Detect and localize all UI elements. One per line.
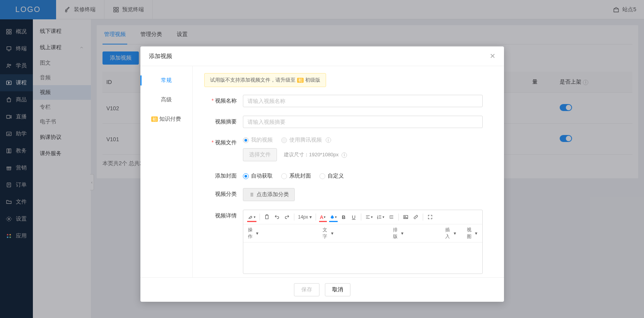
editor-group-insert[interactable]: 插入 ▾ (444, 226, 458, 241)
editor-group-action[interactable]: 操作 ▾ (246, 226, 260, 241)
font-color-icon[interactable]: A▾ (318, 212, 328, 222)
list-icon (249, 192, 254, 197)
editor-group-labels: 操作 ▾ 文字 ▾ 排版 ▾ 插入 ▾ 视图 ▾ (243, 224, 482, 243)
indent-icon[interactable] (387, 212, 396, 222)
editor-group-text[interactable]: 文字 ▾ (321, 226, 335, 241)
radio-cover-auto[interactable]: 自动获取 (243, 173, 273, 180)
label-cover: 添加封面 (204, 170, 243, 180)
upgrade-alert: 试用版不支持添加视频文件，请升级至 初 初级版 (204, 73, 326, 87)
align-icon[interactable]: ▾ (364, 212, 374, 222)
modal-body: 常规 高级 初 知识付费 试用版不支持添加视频文件，请升级至 初 初级版 *视频… (140, 66, 504, 277)
tier-badge: 初 (151, 116, 158, 122)
cancel-button[interactable]: 取消 (325, 283, 350, 296)
modal-sidebar: 常规 高级 初 知识付费 (140, 66, 193, 277)
link-icon[interactable] (411, 212, 420, 222)
label-video-name: *视频名称 (204, 95, 243, 104)
editor-group-view[interactable]: 视图 ▾ (465, 226, 479, 241)
select-file-button[interactable]: 选择文件 (243, 148, 277, 161)
rich-text-editor: ▾ 14px ▾ A▾ ▾ B U (243, 210, 483, 274)
modal-title: 添加视频 (149, 53, 172, 60)
svg-rect-23 (265, 215, 268, 219)
svg-point-25 (405, 216, 405, 217)
underline-icon[interactable]: U (349, 212, 359, 222)
modal-tab-knowledge-pay[interactable]: 初 知识付费 (140, 109, 192, 129)
tier-badge: 初 (297, 78, 304, 83)
font-size-select[interactable]: 14px ▾ (297, 214, 313, 221)
paste-icon[interactable] (262, 212, 272, 222)
info-icon[interactable]: i (326, 137, 331, 143)
redo-icon[interactable] (282, 212, 292, 222)
close-icon[interactable]: ✕ (490, 52, 495, 60)
label-detail: 视频详情 (204, 210, 243, 219)
modal-form: 试用版不支持添加视频文件，请升级至 初 初级版 *视频名称 视频摘要 *视频文件… (193, 66, 504, 277)
modal-footer: 保存 取消 (140, 277, 504, 302)
modal-tab-general[interactable]: 常规 (140, 71, 192, 90)
label-video-file: *视频文件 (204, 137, 243, 146)
save-button[interactable]: 保存 (294, 283, 319, 296)
bg-color-icon[interactable]: ▾ (328, 212, 338, 222)
image-icon[interactable] (401, 212, 410, 222)
video-name-input[interactable] (243, 95, 483, 107)
radio-my-video[interactable]: 我的视频 (243, 137, 273, 144)
file-size-hint: 建议尺寸：1920*1080px i (284, 152, 347, 157)
modal-tab-advanced[interactable]: 高级 (140, 90, 192, 109)
eraser-icon[interactable]: ▾ (246, 212, 257, 222)
undo-icon[interactable] (272, 212, 282, 222)
editor-group-layout[interactable]: 排版 ▾ (391, 226, 405, 241)
radio-cover-system[interactable]: 系统封面 (281, 173, 311, 180)
info-icon[interactable]: i (342, 152, 347, 158)
editor-toolbar: ▾ 14px ▾ A▾ ▾ B U (243, 210, 482, 224)
editor-content[interactable] (243, 243, 482, 274)
label-category: 视频分类 (204, 188, 243, 198)
fullscreen-icon[interactable] (425, 212, 435, 222)
video-summary-input[interactable] (243, 116, 483, 128)
radio-tencent-video[interactable]: 使用腾讯视频i (281, 137, 331, 144)
bold-icon[interactable]: B (339, 212, 348, 222)
add-video-modal: 添加视频 ✕ 常规 高级 初 知识付费 试用版不支持添加视频文件，请升级至 初 … (140, 46, 504, 302)
radio-cover-custom[interactable]: 自定义 (319, 173, 344, 180)
add-category-button[interactable]: 点击添加分类 (243, 188, 295, 201)
label-video-summary: 视频摘要 (204, 116, 243, 125)
modal-header: 添加视频 ✕ (140, 46, 504, 66)
list-ordered-icon[interactable]: ▾ (375, 212, 386, 222)
